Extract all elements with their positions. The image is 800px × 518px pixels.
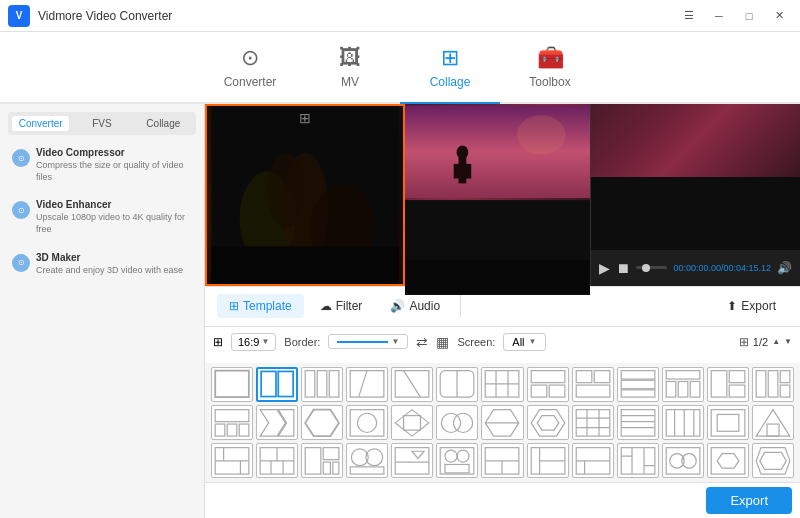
- template-cell[interactable]: [662, 405, 704, 440]
- title-bar: V Vidmore Video Converter ☰ ─ □ ✕: [0, 0, 800, 32]
- template-cell[interactable]: [752, 405, 794, 440]
- template-cell[interactable]: [391, 443, 433, 478]
- border-select[interactable]: ▼: [328, 334, 408, 349]
- svg-point-57: [454, 413, 473, 432]
- maximize-button[interactable]: □: [736, 6, 762, 26]
- svg-rect-43: [756, 371, 766, 397]
- svg-rect-5: [211, 246, 398, 283]
- template-cell[interactable]: [256, 405, 298, 440]
- template-cell[interactable]: [572, 405, 614, 440]
- border-label: Border:: [284, 336, 320, 348]
- template-cell[interactable]: [707, 443, 749, 478]
- ratio-select[interactable]: 16:9 ▼: [231, 333, 276, 351]
- template-cell[interactable]: [481, 443, 523, 478]
- svg-rect-87: [323, 462, 330, 474]
- template-cell[interactable]: [752, 443, 794, 478]
- stop-button[interactable]: ⏹: [616, 260, 630, 276]
- tab-toolbox[interactable]: 🧰 Toolbox: [500, 32, 600, 104]
- page-prev-icon[interactable]: ▲: [772, 337, 780, 346]
- tab-collage[interactable]: ⊞ Collage: [400, 32, 500, 104]
- svg-rect-36: [666, 371, 700, 379]
- template-cell[interactable]: [301, 443, 343, 478]
- screen-select[interactable]: All ▼: [503, 333, 545, 351]
- template-cell[interactable]: [346, 405, 388, 440]
- svg-rect-28: [531, 386, 547, 398]
- template-cell[interactable]: [391, 367, 433, 402]
- template-cell[interactable]: [301, 405, 343, 440]
- svg-rect-85: [305, 447, 321, 473]
- svg-rect-30: [576, 371, 592, 383]
- template-grid: [205, 363, 800, 482]
- volume-icon[interactable]: 🔊: [777, 261, 792, 275]
- template-cell[interactable]: [707, 405, 749, 440]
- template-cell[interactable]: [527, 443, 569, 478]
- template-cell[interactable]: [436, 405, 478, 440]
- swap-icon[interactable]: ⇄: [416, 334, 428, 350]
- template-cell[interactable]: [752, 367, 794, 402]
- svg-rect-69: [666, 409, 700, 435]
- template-cell[interactable]: [256, 367, 298, 402]
- template-cell[interactable]: [436, 367, 478, 402]
- left-list: ⊙ Video Compressor Compress the size or …: [8, 143, 196, 280]
- template-cell[interactable]: [527, 405, 569, 440]
- close-button[interactable]: ✕: [766, 6, 792, 26]
- minimize-button[interactable]: ─: [706, 6, 732, 26]
- template-cell[interactable]: [211, 367, 253, 402]
- export-button[interactable]: Export: [706, 487, 792, 514]
- menu-button[interactable]: ☰: [676, 6, 702, 26]
- template-cell[interactable]: [211, 405, 253, 440]
- svg-rect-16: [305, 371, 315, 397]
- page-next-icon[interactable]: ▼: [784, 337, 792, 346]
- preview-controls: ▶ ⏹ 00:00:00.00/00:04:15.12 🔊: [591, 250, 800, 286]
- template-cell[interactable]: [662, 443, 704, 478]
- left-tab-fvs[interactable]: FVS: [73, 116, 130, 131]
- right-bottom-video[interactable]: [405, 200, 590, 296]
- template-cell[interactable]: [211, 443, 253, 478]
- left-panel-content: Converter FVS Collage ⊙ Video Compressor…: [0, 104, 204, 296]
- template-cell[interactable]: [572, 443, 614, 478]
- progress-thumb[interactable]: [642, 264, 650, 272]
- template-cell[interactable]: [617, 443, 659, 478]
- svg-rect-73: [711, 409, 745, 435]
- time-total: 00:04:15.12: [723, 263, 771, 273]
- svg-point-96: [445, 450, 457, 462]
- template-cell[interactable]: [481, 405, 523, 440]
- left-tab-converter[interactable]: Converter: [12, 116, 69, 131]
- template-cell[interactable]: [617, 367, 659, 402]
- template-cell[interactable]: [481, 367, 523, 402]
- template-cell[interactable]: [527, 367, 569, 402]
- left-video-panel[interactable]: ⊞: [205, 104, 405, 286]
- svg-rect-86: [323, 447, 339, 459]
- item-title-0: Video Compressor: [36, 147, 192, 158]
- video-area: ⊞: [205, 104, 800, 286]
- template-cell[interactable]: [301, 367, 343, 402]
- svg-point-4: [268, 153, 305, 228]
- template-cell[interactable]: [707, 367, 749, 402]
- progress-bar[interactable]: [636, 266, 667, 269]
- template-button[interactable]: ⊞ Template: [217, 294, 304, 318]
- template-cell[interactable]: [256, 443, 298, 478]
- hatch-icon[interactable]: ▦: [436, 334, 449, 350]
- export-toolbar-button[interactable]: ⬆ Export: [715, 294, 788, 318]
- template-cell[interactable]: [436, 443, 478, 478]
- svg-rect-46: [780, 386, 790, 398]
- filter-button[interactable]: ☁ Filter: [308, 294, 375, 318]
- svg-rect-88: [333, 462, 339, 474]
- template-cell[interactable]: [346, 367, 388, 402]
- template-cell[interactable]: [662, 367, 704, 402]
- audio-button[interactable]: 🔊 Audio: [378, 294, 452, 318]
- play-button[interactable]: ▶: [599, 260, 610, 276]
- svg-rect-29: [549, 386, 565, 398]
- template-label: Template: [243, 299, 292, 313]
- tab-converter[interactable]: ⊙ Converter: [200, 32, 300, 104]
- template-cell[interactable]: [346, 443, 388, 478]
- right-top-video[interactable]: [405, 104, 590, 200]
- template-cell[interactable]: [572, 367, 614, 402]
- svg-rect-31: [594, 371, 610, 383]
- tab-mv[interactable]: 🖼 MV: [300, 32, 400, 104]
- preview-video-area: [591, 104, 800, 250]
- template-cell[interactable]: [617, 405, 659, 440]
- template-cell[interactable]: [391, 405, 433, 440]
- item-desc-2: Create and enjoy 3D video with ease: [36, 265, 183, 277]
- left-tab-collage[interactable]: Collage: [135, 116, 192, 131]
